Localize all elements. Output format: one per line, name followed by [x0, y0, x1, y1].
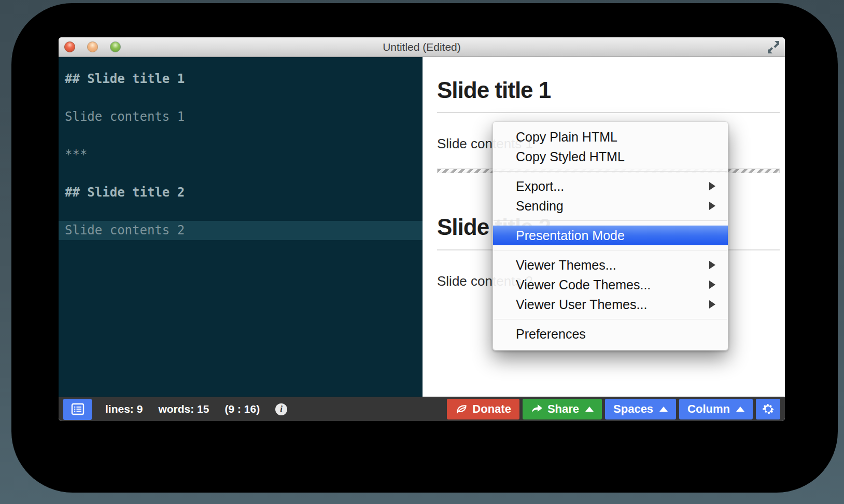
submenu-arrow-icon	[709, 281, 715, 289]
menu-item-label: Preferences	[516, 327, 586, 342]
chevron-up-icon	[659, 407, 668, 412]
context-menu: Copy Plain HTMLCopy Styled HTMLExport...…	[493, 121, 728, 351]
submenu-arrow-icon	[709, 300, 715, 309]
share-button[interactable]: Share	[523, 399, 602, 419]
lines-count: lines: 9	[105, 403, 143, 415]
toc-list-button[interactable]	[63, 399, 92, 420]
menu-item-label: Viewer User Themes...	[516, 297, 647, 312]
submenu-arrow-icon	[709, 202, 715, 210]
menu-item-label: Viewer Code Themes...	[516, 277, 651, 292]
fullscreen-arrows-icon[interactable]	[765, 39, 781, 56]
slide-title-1: Slide title 1	[437, 78, 780, 103]
editor-line[interactable]: ## Slide title 2	[59, 183, 423, 202]
info-icon[interactable]: i	[275, 403, 287, 415]
menu-item-viewer-themes[interactable]: Viewer Themes...	[493, 255, 728, 275]
spaces-button[interactable]: Spaces	[605, 399, 676, 419]
menu-item-viewer-code-themes[interactable]: Viewer Code Themes...	[493, 275, 728, 295]
gear-icon	[762, 402, 775, 416]
menu-item-copy-plain-html[interactable]: Copy Plain HTML	[493, 127, 728, 147]
submenu-arrow-icon	[709, 261, 715, 269]
chevron-up-icon	[585, 407, 594, 412]
words-count: words: 15	[158, 403, 209, 415]
editor-line[interactable]	[59, 89, 423, 108]
menu-item-presentation-mode[interactable]: Presentation Mode	[493, 226, 728, 245]
menu-item-label: Sending	[516, 199, 564, 214]
menu-item-preferences[interactable]: Preferences	[493, 324, 728, 344]
menu-separator	[494, 319, 727, 319]
menu-separator	[494, 220, 727, 221]
title-underline	[437, 112, 780, 113]
settings-button[interactable]	[756, 399, 780, 419]
menu-item-label: Presentation Mode	[516, 228, 625, 243]
editor-line[interactable]	[59, 164, 423, 184]
menu-item-label: Viewer Themes...	[516, 258, 616, 273]
leaf-icon	[455, 403, 468, 415]
editor-line[interactable]	[59, 202, 423, 221]
desktop-background: Untitled (Edited) ## Slide title 1Slide …	[0, 0, 844, 504]
menu-separator	[494, 171, 727, 172]
editor-line[interactable]	[59, 127, 423, 146]
menu-separator	[494, 250, 727, 250]
editor-line[interactable]: Slide contents 1	[59, 107, 423, 127]
menu-item-label: Export...	[516, 179, 564, 194]
menu-item-label: Copy Plain HTML	[516, 130, 617, 145]
share-arrow-icon	[531, 404, 543, 414]
donate-button[interactable]: Donate	[447, 399, 519, 419]
menu-item-sending[interactable]: Sending	[493, 196, 728, 216]
editor-line[interactable]: Slide contents 2	[59, 221, 423, 240]
cursor-position: (9 : 16)	[224, 403, 260, 415]
editor-line[interactable]: ## Slide title 1	[59, 69, 423, 89]
status-bar: lines: 9 words: 15 (9 : 16) i Donate	[59, 397, 785, 421]
menu-item-viewer-user-themes[interactable]: Viewer User Themes...	[493, 295, 728, 314]
column-button[interactable]: Column	[679, 399, 753, 419]
editor-line[interactable]: ***	[59, 145, 423, 164]
window-title: Untitled (Edited)	[59, 37, 785, 57]
submenu-arrow-icon	[709, 182, 715, 190]
chevron-up-icon	[736, 407, 744, 412]
menu-item-export[interactable]: Export...	[493, 176, 728, 196]
menu-item-copy-styled-html[interactable]: Copy Styled HTML	[493, 147, 728, 166]
menu-item-label: Copy Styled HTML	[516, 149, 625, 164]
markdown-editor[interactable]: ## Slide title 1Slide contents 1***## Sl…	[59, 57, 423, 397]
title-bar[interactable]: Untitled (Edited)	[59, 37, 785, 57]
